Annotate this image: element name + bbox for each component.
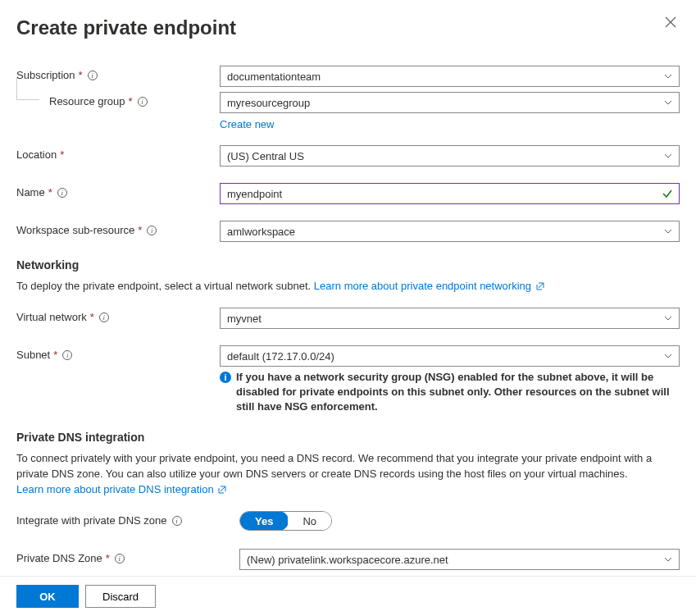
- info-icon[interactable]: i: [138, 97, 148, 107]
- vnet-label: Virtual network * i: [16, 308, 220, 323]
- vnet-select[interactable]: myvnet: [220, 308, 680, 329]
- toggle-yes[interactable]: Yes: [239, 511, 289, 531]
- tree-line: [16, 77, 39, 100]
- workspace-sub-select[interactable]: amlworkspace: [220, 221, 680, 242]
- info-icon[interactable]: i: [62, 350, 72, 360]
- subnet-label: Subnet * i: [16, 345, 220, 361]
- close-button[interactable]: [662, 13, 680, 34]
- create-new-link[interactable]: Create new: [220, 118, 274, 130]
- ok-button[interactable]: OK: [16, 585, 79, 608]
- resource-group-select[interactable]: myresourcegroup: [220, 92, 680, 113]
- networking-learn-more-link[interactable]: Learn more about private endpoint networ…: [314, 280, 544, 292]
- resource-group-label: Resource group * i: [49, 92, 220, 107]
- page-title: Create private endpoint: [16, 16, 236, 39]
- info-icon[interactable]: i: [99, 313, 109, 322]
- discard-button[interactable]: Discard: [85, 585, 156, 608]
- networking-description: To deploy the private endpoint, select a…: [16, 278, 680, 294]
- info-icon[interactable]: i: [115, 554, 125, 564]
- subscription-label: Subscription * i: [16, 66, 220, 81]
- close-icon: [665, 18, 676, 30]
- external-link-icon: [536, 279, 544, 294]
- check-icon: [662, 188, 673, 199]
- name-label: Name * i: [16, 183, 220, 198]
- info-icon[interactable]: i: [57, 188, 67, 198]
- info-circle-icon: i: [220, 372, 231, 383]
- info-icon[interactable]: i: [172, 516, 182, 526]
- dns-description: To connect privately with your private e…: [16, 450, 680, 498]
- dns-heading: Private DNS integration: [16, 431, 680, 444]
- nsg-info: i If you have a network security group (…: [220, 370, 680, 414]
- subnet-select[interactable]: default (172.17.0.0/24): [220, 345, 680, 367]
- info-icon[interactable]: i: [147, 226, 157, 235]
- info-icon[interactable]: i: [88, 71, 98, 80]
- dns-zone-select[interactable]: (New) privatelink.workspacecore.azure.ne…: [239, 549, 680, 570]
- integrate-toggle[interactable]: Yes No: [239, 511, 332, 531]
- workspace-sub-label: Workspace sub-resource * i: [16, 221, 220, 236]
- location-select[interactable]: (US) Central US: [220, 145, 680, 167]
- toggle-no[interactable]: No: [288, 512, 331, 530]
- location-label: Location *: [16, 145, 220, 161]
- external-link-icon: [218, 482, 226, 498]
- footer: OK Discard: [0, 576, 696, 616]
- dns-zone-label: Private DNS Zone * i: [16, 549, 239, 564]
- subscription-select[interactable]: documentationteam: [220, 66, 680, 87]
- networking-heading: Networking: [16, 258, 680, 271]
- dns-learn-more-link[interactable]: Learn more about private DNS integration: [16, 483, 226, 495]
- name-input[interactable]: myendpoint: [220, 183, 680, 204]
- integrate-label: Integrate with private DNS zone i: [16, 511, 239, 527]
